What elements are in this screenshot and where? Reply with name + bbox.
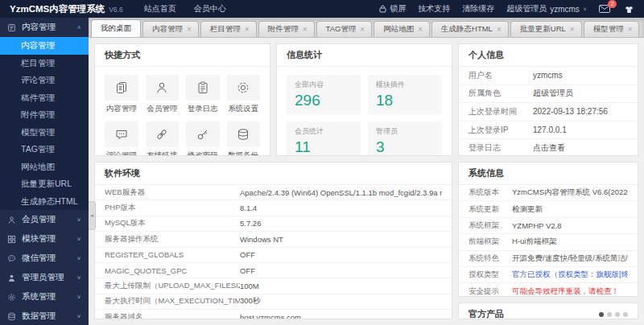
- sidebar-group-label: 系统管理: [22, 291, 56, 302]
- tab-static-html[interactable]: 生成静态HTML×: [431, 21, 509, 37]
- lock-screen-button[interactable]: 锁屏: [379, 3, 406, 14]
- shortcut-login-log[interactable]: 登录日志: [186, 75, 220, 114]
- shortcut-content[interactable]: 内容管理: [105, 75, 138, 114]
- sidebar-group-admin[interactable]: 管理员管理 ∨: [0, 268, 89, 287]
- info-row: 所属角色超级管理员: [459, 85, 638, 104]
- sidebar-item-batch-url[interactable]: 批量更新URL: [0, 175, 89, 193]
- key-icon: [196, 127, 210, 142]
- info-row: 系统更新检测更新: [459, 201, 638, 217]
- database-icon: [236, 127, 250, 142]
- sidebar-collapse-handle[interactable]: ◂: [89, 201, 96, 230]
- chevron-down-icon: ∨: [76, 313, 81, 319]
- info-row: 服务器操作系统Windows NT: [95, 232, 452, 247]
- sidebar-group-wechat[interactable]: 微信管理 ∨: [0, 249, 89, 268]
- info-row: 服务器域名host.yzmcms.com: [95, 310, 452, 319]
- carousel-dots: [599, 312, 628, 317]
- messages-button[interactable]: 2: [599, 5, 610, 13]
- close-icon[interactable]: ×: [303, 26, 308, 34]
- sidebar-item-static-html[interactable]: 生成静态HTML: [0, 193, 89, 211]
- gear-icon: [7, 293, 16, 302]
- close-icon[interactable]: ×: [570, 26, 575, 34]
- link-icon: [155, 127, 169, 142]
- close-icon[interactable]: ×: [628, 26, 633, 34]
- log-icon: [196, 80, 210, 95]
- sidebar-group-members[interactable]: 会员管理 ∨: [0, 210, 89, 229]
- stat-members: 会员统计 11: [287, 121, 361, 156]
- sidebar-item-category[interactable]: 栏目管理: [0, 55, 89, 72]
- shortcut-password[interactable]: 修改密码: [186, 121, 220, 156]
- close-icon[interactable]: ×: [187, 26, 192, 34]
- tab-batch-url[interactable]: 批量更新URL×: [510, 21, 582, 37]
- nav-member-center[interactable]: 会员中心: [194, 3, 226, 14]
- shortcut-backup[interactable]: 数据备份: [227, 121, 261, 156]
- tab-content-manage[interactable]: 内容管理×: [142, 21, 199, 37]
- tab-bar: 我的桌面 内容管理× 栏目管理× 附件管理× TAG管理× 网站地图× 生成静态…: [89, 18, 644, 38]
- info-row: 前端框架H-ui前端框架: [459, 234, 638, 250]
- carousel-dot[interactable]: [607, 312, 612, 317]
- sidebar-item-model[interactable]: 模型管理: [0, 124, 89, 142]
- info-row: 最大执行时间（MAX_EXECUTION_TIME）300秒: [95, 294, 452, 310]
- panel-title: 信息统计: [277, 44, 452, 67]
- panel-title: 系统信息: [459, 162, 638, 185]
- sidebar-submenu: 内容管理 栏目管理 评论管理 稿件管理 附件管理 模型管理 TAG管理 网站地图…: [0, 37, 89, 210]
- info-row: 安全提示可能会导致程序重装，请检查！: [459, 283, 638, 297]
- workspace: ◂ 快捷方式 内容管理 会员管理: [89, 38, 644, 325]
- tab-model-manage[interactable]: 模型管理×: [584, 21, 640, 37]
- panel-title: 软件环境: [95, 162, 452, 185]
- stats-panel: 信息统计 全部内容 296 模块插件 18 会员统计: [276, 43, 452, 156]
- info-row: 系统框架YZMPHP V2.8: [459, 218, 638, 234]
- close-icon[interactable]: ×: [418, 26, 423, 34]
- view-login-log-link[interactable]: 点击查看: [533, 142, 628, 154]
- lock-icon: [379, 5, 386, 13]
- sidebar-group-modules[interactable]: 模块管理 ∨: [0, 229, 89, 249]
- chevron-down-icon: ∨: [76, 274, 81, 280]
- close-icon[interactable]: ×: [245, 26, 250, 34]
- tab-my-desktop[interactable]: 我的桌面: [91, 19, 141, 37]
- tab-tag-manage[interactable]: TAG管理×: [316, 21, 373, 37]
- nav-site-home[interactable]: 站点首页: [144, 3, 176, 14]
- sidebar-item-content[interactable]: 内容管理: [0, 37, 89, 55]
- sidebar-group-system[interactable]: 系统管理 ∨: [0, 287, 89, 306]
- carousel-dot[interactable]: [599, 312, 604, 317]
- tshirt-icon: [624, 5, 634, 14]
- tab-category-manage[interactable]: 栏目管理×: [200, 21, 257, 37]
- info-row: MySQL版本5.7.26: [95, 216, 452, 232]
- theme-button[interactable]: [624, 5, 634, 14]
- user-icon: [155, 80, 169, 95]
- carousel-dot[interactable]: [615, 312, 620, 317]
- close-icon[interactable]: ×: [360, 26, 365, 34]
- sidebar-group-label: 内容管理: [22, 22, 56, 33]
- sidebar-item-comment[interactable]: 评论管理: [0, 72, 89, 89]
- info-row: 用户名yzmcms: [459, 67, 638, 85]
- sidebar-item-attachment[interactable]: 附件管理: [0, 106, 89, 124]
- carousel-dot[interactable]: [623, 312, 628, 317]
- sidebar-item-tag[interactable]: TAG管理: [0, 141, 89, 158]
- tab-sitemap[interactable]: 网站地图×: [374, 21, 430, 37]
- topbar-right: 锁屏 技术支持 清除缓存 超级管理员 yzmcms ∨ 2: [379, 3, 634, 14]
- check-update-link[interactable]: 检测更新: [512, 204, 628, 215]
- sidebar-item-sitemap[interactable]: 网站地图: [0, 158, 89, 176]
- sidebar-group-data[interactable]: 数据管理 ∨: [0, 306, 89, 325]
- sidebar-group-content[interactable]: 内容管理 ∧: [0, 18, 89, 37]
- system-info-panel: 系统信息 系统版本YzmCMS内容管理系统 V6.6(20220916) 系统更…: [458, 162, 638, 297]
- top-menu: 站点首页 会员中心: [144, 3, 226, 14]
- info-row: 最大上传限制（UPLOAD_MAX_FILESIZE）100M: [95, 278, 452, 294]
- database-icon: [7, 312, 16, 321]
- license-type-link[interactable]: 官方已授权（授权类型：旗舰版[终身授权]）: [512, 269, 628, 280]
- shortcut-members[interactable]: 会员管理: [146, 75, 180, 114]
- panel-title: 官方产品: [469, 308, 504, 319]
- tab-attachment-manage[interactable]: 附件管理×: [258, 21, 315, 37]
- modules-icon: [7, 235, 16, 244]
- clear-cache-button[interactable]: 清除缓存: [462, 3, 494, 14]
- shortcut-settings[interactable]: 系统设置: [227, 75, 261, 114]
- tech-support-link[interactable]: 技术支持: [418, 3, 450, 14]
- user-dropdown[interactable]: 超级管理员 yzmcms ∨: [506, 3, 587, 14]
- shortcut-comments[interactable]: 评论管理: [105, 121, 138, 156]
- member-icon: [7, 216, 16, 224]
- shortcut-links[interactable]: 友情链接: [146, 121, 180, 156]
- info-row: REGISTER_GLOBALSOFF: [95, 248, 452, 263]
- sidebar-group-label: 模块管理: [22, 233, 56, 245]
- sidebar-item-draft[interactable]: 稿件管理: [0, 89, 89, 107]
- close-icon[interactable]: ×: [497, 26, 502, 34]
- documents-icon: [114, 80, 129, 95]
